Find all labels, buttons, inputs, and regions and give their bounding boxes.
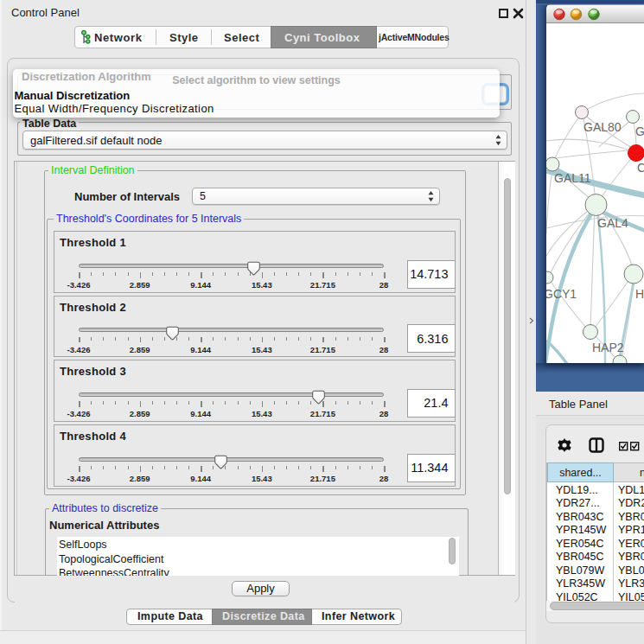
svg-text:GAL80: GAL80 xyxy=(583,120,622,134)
svg-text:GCY1: GCY1 xyxy=(546,287,577,301)
svg-text:GAL11: GAL11 xyxy=(554,171,591,185)
svg-text:GAL4: GAL4 xyxy=(597,216,628,230)
svg-text:GA: GA xyxy=(635,124,644,138)
svg-text:C: C xyxy=(637,161,644,175)
svg-text:HAP2: HAP2 xyxy=(592,341,624,354)
svg-text:H: H xyxy=(635,287,644,301)
